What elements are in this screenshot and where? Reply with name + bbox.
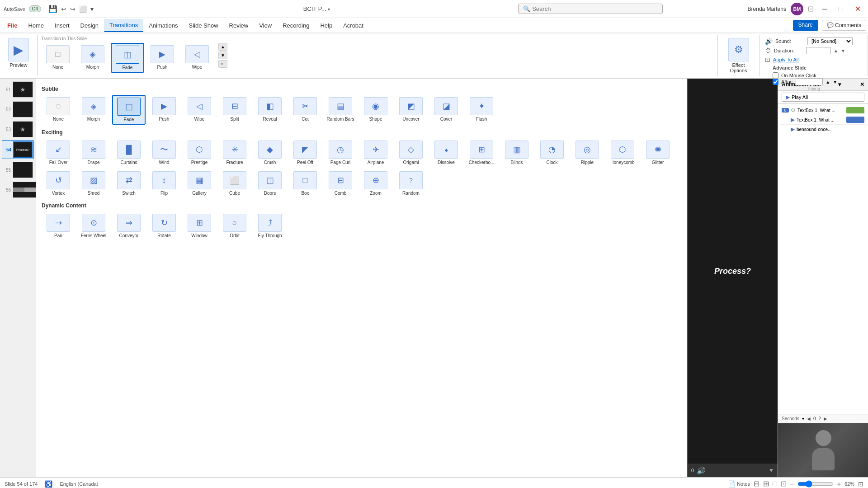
trans-flash[interactable]: ✦ Flash: [465, 95, 498, 125]
more-transitions-btn[interactable]: ≡: [218, 60, 227, 68]
transition-fade-ribbon[interactable]: ◫ Fade: [111, 43, 144, 73]
trans-clock[interactable]: ◔ Clock: [535, 138, 569, 167]
after-input[interactable]: 00:05.00: [796, 78, 823, 85]
menu-item-recording[interactable]: Recording: [277, 19, 315, 32]
trans-pan[interactable]: ⇢ Pan: [42, 211, 75, 240]
zoom-slider[interactable]: [797, 480, 834, 488]
trans-reveal[interactable]: ◧ Reveal: [253, 95, 287, 125]
trans-fade[interactable]: ◫ Fade: [112, 95, 146, 125]
trans-crush[interactable]: ◆ Crush: [253, 138, 287, 167]
timeline-dropdown-icon[interactable]: ▾: [802, 416, 804, 421]
trans-orbit[interactable]: ○ Orbit: [218, 211, 251, 240]
trans-cut[interactable]: ✂ Cut: [288, 95, 322, 125]
trans-doors[interactable]: ◫ Doors: [253, 169, 287, 198]
on-mouse-click-checkbox[interactable]: [773, 72, 778, 78]
file-dropdown-icon[interactable]: ▾: [328, 7, 330, 12]
sound-select[interactable]: [No Sound]: [807, 37, 853, 45]
ribbon-display-icon[interactable]: ⊡: [808, 5, 814, 13]
trans-random-bars[interactable]: ▤ Random Bars: [324, 95, 357, 125]
save-icon[interactable]: 💾: [48, 5, 57, 13]
trans-blinds[interactable]: ▥ Blinds: [500, 138, 533, 167]
zoom-in-btn[interactable]: +: [837, 480, 841, 488]
trans-drape[interactable]: ≋ Drape: [77, 138, 110, 167]
trans-cover[interactable]: ◪ Cover: [429, 95, 463, 125]
duration-up[interactable]: ▲: [834, 48, 838, 53]
menu-item-slideshow[interactable]: Slide Show: [184, 19, 224, 32]
scroll-down-btn[interactable]: ▼: [218, 52, 227, 59]
menu-item-home[interactable]: Home: [23, 19, 49, 32]
trans-switch[interactable]: ⇄ Switch: [112, 169, 146, 198]
trans-vortex[interactable]: ↺ Vortex: [42, 169, 75, 198]
menu-item-insert[interactable]: Insert: [49, 19, 75, 32]
trans-uncover[interactable]: ◩ Uncover: [394, 95, 428, 125]
maximize-btn[interactable]: □: [835, 5, 847, 13]
trans-fall-over[interactable]: ↙ Fall Over: [42, 138, 75, 167]
trans-rotate[interactable]: ↻ Rotate: [147, 211, 181, 240]
menu-item-file[interactable]: File: [2, 19, 23, 32]
menu-item-view[interactable]: View: [254, 19, 277, 32]
after-checkbox[interactable]: [773, 79, 778, 85]
trans-split[interactable]: ⊟ Split: [218, 95, 251, 125]
slide-thumb-51[interactable]: 51 ★: [2, 80, 34, 99]
trans-shred[interactable]: ▨ Shred: [77, 169, 110, 198]
view-presenter-btn[interactable]: ⊡: [781, 479, 787, 488]
menu-item-help[interactable]: Help: [315, 19, 338, 32]
anim-item-2[interactable]: ▶ bensound-once...: [780, 125, 866, 134]
menu-item-review[interactable]: Review: [224, 19, 254, 32]
comments-button[interactable]: 💬 Comments: [822, 20, 866, 31]
trans-none[interactable]: □ None: [42, 95, 75, 125]
play-all-button[interactable]: ▶ Play All: [782, 93, 864, 102]
timeline-next-btn[interactable]: ▶: [824, 416, 827, 421]
trans-random[interactable]: ? Random: [394, 169, 428, 198]
trans-flip[interactable]: ↕ Flip: [147, 169, 181, 198]
trans-cube[interactable]: ⬜ Cube: [218, 169, 251, 198]
fit-to-window-btn[interactable]: ⊡: [858, 480, 863, 488]
transition-push-ribbon[interactable]: ▶ Push: [146, 43, 179, 73]
trans-honeycomb[interactable]: ⬡ Honeycomb: [606, 138, 639, 167]
slide-thumb-54[interactable]: 54 Process?: [2, 140, 34, 159]
trans-curtains[interactable]: ▐▌ Curtains: [112, 138, 146, 167]
trans-airplane[interactable]: ✈ Airplane: [359, 138, 392, 167]
trans-zoom[interactable]: ⊕ Zoom: [359, 169, 392, 198]
redo-icon[interactable]: ↪: [70, 5, 75, 13]
transition-morph-ribbon[interactable]: ◈ Morph: [76, 43, 109, 73]
trans-fly-through[interactable]: ⤴ Fly Through: [253, 211, 287, 240]
trans-peel-off[interactable]: ◤ Peel Off: [288, 138, 322, 167]
slide-thumb-52[interactable]: 52: [2, 100, 34, 118]
volume-icon[interactable]: 🔊: [697, 466, 706, 475]
zoom-out-btn[interactable]: −: [790, 480, 794, 488]
preview-button[interactable]: ▶ Preview: [5, 36, 32, 70]
trans-window[interactable]: ⊞ Window: [183, 211, 216, 240]
trans-dissolve[interactable]: ⬧ Dissolve: [429, 138, 463, 167]
user-avatar[interactable]: BM: [791, 3, 803, 15]
menu-item-acrobat[interactable]: Acrobat: [338, 19, 369, 32]
search-bar[interactable]: 🔍: [518, 4, 663, 14]
autosave-toggle[interactable]: Off: [29, 5, 41, 12]
trans-wipe[interactable]: ◁ Wipe: [183, 95, 216, 125]
effect-options-button[interactable]: ⚙ Effect Options: [723, 36, 754, 75]
duration-input[interactable]: 00.70: [806, 47, 831, 54]
more-icon[interactable]: ▾: [90, 5, 94, 13]
accessibility-icon[interactable]: ♿: [45, 480, 52, 488]
trans-push[interactable]: ▶ Push: [147, 95, 181, 125]
after-up[interactable]: ▲: [826, 80, 830, 84]
customize-icon[interactable]: ⬜: [79, 5, 87, 13]
anim-item-0[interactable]: 0 ⚙ TextBox 1: What ...: [780, 106, 866, 115]
minimize-btn[interactable]: ─: [818, 5, 830, 13]
trans-shape[interactable]: ◉ Shape: [359, 95, 392, 125]
share-button[interactable]: Share: [793, 20, 818, 31]
trans-origami[interactable]: ◇ Origami: [394, 138, 428, 167]
slide-thumb-53[interactable]: 53 ★: [2, 120, 34, 138]
trans-morph[interactable]: ◈ Morph: [77, 95, 110, 125]
view-reading-btn[interactable]: □: [773, 480, 777, 488]
timeline-prev-btn[interactable]: ◀: [807, 416, 811, 421]
menu-item-transitions[interactable]: Transitions: [104, 19, 143, 32]
slide-thumb-55[interactable]: 55: [2, 161, 34, 179]
transition-wipe-ribbon[interactable]: ◁ Wipe: [180, 43, 214, 73]
trans-ripple[interactable]: ◎ Ripple: [571, 138, 604, 167]
undo-icon[interactable]: ↩: [61, 5, 66, 13]
notes-btn[interactable]: 📄 Notes: [728, 480, 750, 488]
trans-comb[interactable]: ⊟ Comb: [324, 169, 357, 198]
menu-item-design[interactable]: Design: [75, 19, 104, 32]
search-input[interactable]: [532, 5, 632, 12]
